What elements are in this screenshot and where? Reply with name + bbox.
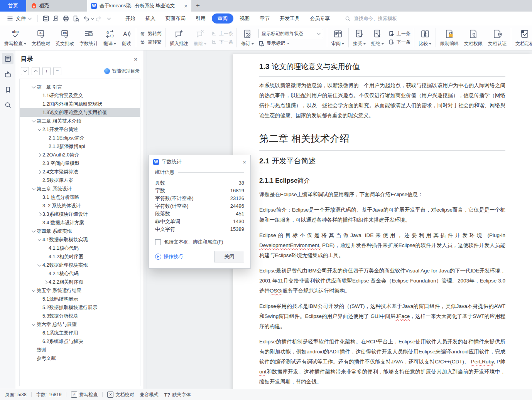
toc-item[interactable]: 参考文献 xyxy=(20,354,140,363)
new-tab-button[interactable] xyxy=(191,0,204,12)
read-aloud-button[interactable]: A 朗读 xyxy=(119,26,134,50)
export-button[interactable] xyxy=(51,14,61,23)
toc-item[interactable]: 4.1数据获取模块实现 xyxy=(20,235,140,244)
checkbox-icon[interactable] xyxy=(155,239,161,245)
compare-button[interactable]: 比较 xyxy=(416,26,434,50)
chevron-right-icon[interactable] xyxy=(36,213,42,216)
toc-item[interactable]: 3. 2 系统总体设计 xyxy=(20,202,140,210)
toc-item[interactable]: 6.1系统主要作用 xyxy=(20,329,140,337)
toc-item[interactable]: 2.1开发平台简述 xyxy=(20,125,140,134)
zoom-in-outline-button[interactable] xyxy=(42,67,51,75)
toc-item[interactable]: 4.2.1核心代码 xyxy=(20,269,140,278)
toc-item[interactable]: 3.3系统模块详细设计 xyxy=(20,210,140,218)
toc-item[interactable]: 1.2国内外相关问题研究现状 xyxy=(20,100,140,108)
toc-item[interactable]: 第一章 引言 xyxy=(20,83,140,91)
command-search[interactable] xyxy=(345,15,416,22)
chevron-down-icon[interactable] xyxy=(30,86,37,88)
toc-item[interactable]: 4.1.2相关时序图 xyxy=(20,252,140,261)
accept-change-button[interactable]: 接受 xyxy=(350,26,368,50)
toc-item[interactable]: 第三章 系统设计 xyxy=(20,185,140,193)
undo-button[interactable] xyxy=(81,14,91,23)
toc-item[interactable]: 致谢 xyxy=(20,346,140,354)
next-change-button[interactable]: 下一条 xyxy=(388,39,410,45)
prev-comment-button[interactable]: 上一条 xyxy=(211,30,233,37)
chevron-down-icon[interactable] xyxy=(30,188,37,190)
chevron-right-icon[interactable] xyxy=(36,154,42,156)
toc-item[interactable]: 6.2系统难点与解决 xyxy=(20,337,140,346)
spell-check-button[interactable]: abc 拼写检查 xyxy=(2,26,29,50)
menu-section[interactable]: 章节 xyxy=(255,13,275,24)
toc-item[interactable]: 1.3论文的理论意义与实用价值 xyxy=(20,108,140,117)
close-toc-icon[interactable] xyxy=(134,56,137,62)
print-preview-button[interactable] xyxy=(71,14,81,23)
english-correct-button[interactable]: EN 英文批改 xyxy=(53,26,77,50)
customize-toolbar-button[interactable] xyxy=(104,14,114,23)
toc-item[interactable]: 2.2OAuth2.0简介 xyxy=(20,151,140,159)
chevron-down-icon[interactable] xyxy=(36,129,42,130)
toc-item[interactable]: 5.3数据分析模块 xyxy=(20,312,140,320)
tab-home[interactable]: 首页 xyxy=(0,0,26,12)
next-comment-button[interactable]: 下一条 xyxy=(211,39,233,45)
page-indicator[interactable]: 页面: 5/38 xyxy=(4,392,28,398)
tips-link[interactable]: 操作技巧 xyxy=(155,254,183,260)
doc-proofread-button[interactable]: a- 文档校对 xyxy=(29,26,53,50)
show-markup-button[interactable]: 显示标记 xyxy=(258,40,323,47)
toc-item[interactable]: 2.1.2新浪微博api xyxy=(20,142,140,151)
zoom-out-outline-button[interactable] xyxy=(53,67,61,75)
search-input[interactable] xyxy=(353,15,416,22)
toc-item[interactable]: 4.2.2相关时序图 xyxy=(20,278,140,286)
chevron-down-icon[interactable] xyxy=(30,290,37,291)
tab-document[interactable]: 基于kmeans聚...分析系统 毕业论文 xyxy=(87,0,191,12)
redo-button[interactable] xyxy=(94,14,104,23)
doc-finalize-button[interactable]: 文档定稿 xyxy=(513,26,532,50)
word-count-button[interactable]: 80 字数统计 xyxy=(77,26,101,50)
toc-item[interactable]: 4.2数据处理模块实现 xyxy=(20,261,140,269)
chevron-down-icon[interactable] xyxy=(30,120,37,122)
chevron-right-icon[interactable] xyxy=(42,281,49,284)
menu-home[interactable]: 开始 xyxy=(120,13,140,24)
proofread-status[interactable]: 文档校对 xyxy=(106,392,135,398)
restrict-editing-button[interactable]: 限制编辑 xyxy=(437,26,461,50)
toc-item[interactable]: 5.2数据抓取模块运行展示 xyxy=(20,303,140,312)
chevron-right-icon[interactable] xyxy=(36,171,42,173)
toc-item[interactable]: 2.3 空间向量模型 xyxy=(20,159,140,168)
trad-to-simp-button[interactable]: 简 繁转简 xyxy=(140,30,162,37)
toc-item[interactable]: 2.5数据库方案 xyxy=(20,176,140,185)
toc-item[interactable]: 第四章 系统实现 xyxy=(20,227,140,235)
menu-dev-tools[interactable]: 开发工具 xyxy=(275,13,305,24)
menu-references[interactable]: 引用 xyxy=(191,13,211,24)
include-footnotes-option[interactable]: 包括文本框、脚注和尾注(F) xyxy=(155,239,244,245)
reject-change-button[interactable]: 拒绝 xyxy=(368,26,387,50)
spell-check-status[interactable]: 拼写检查 xyxy=(70,392,99,398)
outline-panel-button[interactable] xyxy=(2,53,14,64)
toc-item[interactable]: 3.1 热点分析策略 xyxy=(20,193,140,202)
compatibility-mode-indicator[interactable]: 兼容模式 xyxy=(138,392,159,398)
menu-insert[interactable]: 插入 xyxy=(140,13,160,24)
toc-item[interactable]: 2.4文本聚类算法 xyxy=(20,168,140,176)
collapse-all-button[interactable] xyxy=(21,67,29,75)
review-pane-button[interactable]: 审阅 xyxy=(329,26,347,50)
prev-change-button[interactable]: 上一条 xyxy=(388,30,410,37)
close-button[interactable]: 关闭 xyxy=(214,251,244,262)
toc-item[interactable]: 第五章 系统运行结果 xyxy=(20,286,140,295)
delete-comment-button[interactable]: 删除 xyxy=(191,26,209,50)
close-dialog-icon[interactable] xyxy=(243,159,246,165)
toc-item[interactable]: 4.1.1核心代码 xyxy=(20,244,140,252)
menu-review[interactable]: 审阅 xyxy=(212,13,233,24)
word-count-indicator[interactable]: 字数: 16819 xyxy=(35,392,63,398)
toc-item[interactable]: 第二章 相关技术介绍 xyxy=(20,117,140,125)
menu-membership[interactable]: 会员专享 xyxy=(305,13,335,24)
chevron-down-icon[interactable] xyxy=(30,324,37,325)
chevron-down-icon[interactable] xyxy=(30,230,37,232)
dialog-titlebar[interactable]: 字数统计 xyxy=(149,155,250,168)
bookmark-panel-button[interactable] xyxy=(2,84,14,95)
document-page[interactable]: 1.3 论文的理论意义与实用价值本系统以新浪微博为信息源，以新浪微博的一个用户为… xyxy=(233,54,532,392)
toc-item[interactable]: 第六章 总结与展望 xyxy=(20,320,140,329)
translate-button[interactable]: a中 翻译 xyxy=(101,26,119,50)
close-tab-icon[interactable] xyxy=(184,3,187,9)
toc-item[interactable]: 5.1源码结构展示 xyxy=(20,295,140,303)
chevron-down-icon[interactable] xyxy=(36,239,42,240)
missing-font-indicator[interactable]: 缺失字体 xyxy=(163,392,192,398)
toc-item[interactable]: 2.1.1Eclipse简介 xyxy=(20,134,140,142)
simp-to-trad-button[interactable]: 繁 简转繁 xyxy=(140,39,162,45)
